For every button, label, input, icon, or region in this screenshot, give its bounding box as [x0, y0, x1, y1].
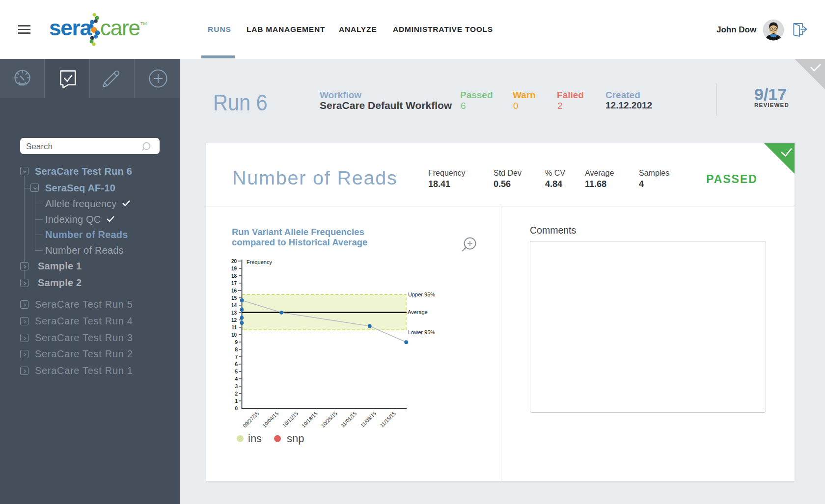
svg-text:20: 20	[231, 259, 237, 264]
svg-text:17: 17	[231, 281, 237, 286]
svg-text:8: 8	[235, 347, 238, 352]
svg-text:ins: ins	[248, 432, 262, 445]
svg-text:18: 18	[231, 273, 237, 279]
svg-text:19: 19	[231, 266, 237, 271]
svg-text:TM: TM	[140, 21, 147, 26]
svg-text:Average: Average	[408, 309, 428, 315]
svg-text:9: 9	[235, 340, 238, 345]
svg-text:sera: sera	[49, 16, 92, 40]
svg-text:0: 0	[235, 406, 238, 411]
svg-text:4: 4	[235, 376, 238, 382]
svg-text:3: 3	[235, 384, 238, 389]
svg-text:6: 6	[235, 362, 238, 367]
svg-text:10/04/15: 10/04/15	[261, 410, 279, 428]
svg-text:14: 14	[231, 303, 237, 308]
svg-text:1: 1	[235, 398, 238, 404]
svg-text:11/15/15: 11/15/15	[379, 410, 397, 428]
svg-text:10/11/15: 10/11/15	[281, 410, 299, 428]
svg-text:09/27/15: 09/27/15	[242, 410, 260, 428]
svg-text:12: 12	[231, 318, 237, 323]
svg-text:Lower 95%: Lower 95%	[408, 329, 435, 335]
svg-text:11: 11	[231, 325, 237, 330]
svg-text:2: 2	[235, 391, 238, 397]
svg-text:10: 10	[231, 332, 237, 338]
svg-text:7: 7	[235, 354, 238, 360]
svg-text:5: 5	[235, 369, 238, 374]
svg-text:10/18/15: 10/18/15	[300, 410, 318, 428]
svg-text:11/01/15: 11/01/15	[340, 410, 358, 428]
svg-text:13: 13	[231, 310, 237, 316]
svg-text:10/25/15: 10/25/15	[320, 410, 338, 428]
svg-text:15: 15	[231, 295, 237, 301]
svg-text:16: 16	[231, 288, 237, 293]
svg-text:snp: snp	[287, 432, 304, 445]
svg-text:Frequency: Frequency	[247, 259, 272, 265]
svg-text:care: care	[100, 16, 140, 40]
svg-text:Upper 95%: Upper 95%	[408, 292, 435, 297]
svg-text:11/08/15: 11/08/15	[359, 410, 377, 428]
